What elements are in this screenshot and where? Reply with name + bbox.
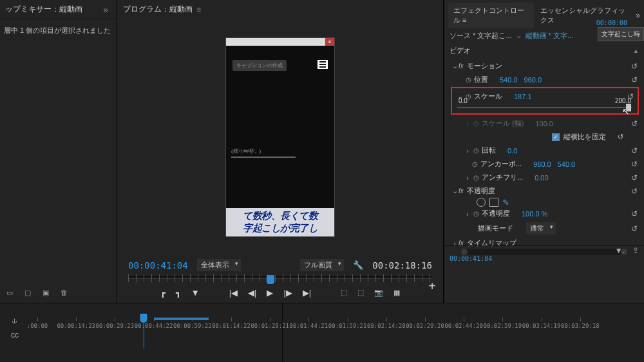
add-marker-icon[interactable]: ▼	[191, 288, 200, 298]
ruler-label: 00:02:44:20	[444, 323, 483, 329]
comparison-icon[interactable]: ▦	[393, 289, 400, 297]
tab-effect-controls[interactable]: エフェクトコントロール ≡	[448, 3, 534, 28]
mask-ellipse-icon[interactable]	[477, 198, 486, 207]
reset-icon[interactable]: ↺	[631, 187, 638, 196]
fx-badge: fx	[459, 62, 466, 70]
ruler-label: 00:02:59:19	[484, 323, 522, 329]
position-y[interactable]: 960.0	[518, 76, 542, 84]
sequence-name[interactable]: 縦動画 * 文字...	[526, 31, 574, 41]
anchor-label: アンカーポ...	[479, 159, 522, 169]
caption-create-pill: キャプションの作成	[232, 60, 287, 71]
close-icon: ×	[325, 38, 334, 46]
extract-icon[interactable]: ⬚	[357, 289, 364, 297]
folder-icon[interactable]: ▣	[43, 289, 52, 298]
scrubber-playhead[interactable]	[267, 275, 274, 284]
twirl-icon[interactable]: ⌄	[451, 62, 459, 70]
settings-wrench-icon[interactable]: 🔧	[353, 260, 363, 270]
opacity-label: 不透明度	[480, 209, 510, 218]
motion-label[interactable]: モーション	[466, 61, 502, 71]
program-scrubber[interactable]	[128, 276, 432, 279]
mask-pen-icon[interactable]	[502, 198, 511, 207]
antiflicker-label: アンチフリ...	[480, 173, 523, 182]
stopwatch-icon[interactable]: ◷	[464, 76, 473, 83]
ruler-label: 00:02:14:20	[367, 323, 406, 329]
effect-timecode: 00:00:00	[596, 19, 627, 26]
reset-icon[interactable]: ↺	[631, 173, 638, 182]
ruler-label: 00:01:44:21	[290, 323, 328, 329]
go-to-in-icon[interactable]: |◀	[229, 288, 238, 298]
linked-selection-icon[interactable]: cc	[11, 330, 19, 339]
opacity-value[interactable]: 100.0 %	[510, 210, 547, 218]
blend-mode-select[interactable]: 通常	[526, 222, 556, 234]
clip-remaining: (残り##秒。)	[231, 148, 261, 155]
position-x[interactable]: 540.0	[488, 76, 518, 84]
anchor-y[interactable]: 540.0	[551, 160, 576, 168]
opacity-header[interactable]: 不透明度	[466, 186, 495, 196]
effect-timeline-scrollbar[interactable]	[464, 249, 625, 255]
scale-highlight-box: ⌄ ◷ スケール 187.1 ↺ 0.0 200.0 ↖	[451, 87, 639, 115]
zoom-select[interactable]: 全体表示	[197, 259, 241, 271]
new-item-icon[interactable]: ▢	[24, 289, 33, 298]
rotation-label: 回転	[480, 146, 496, 155]
mark-in-icon[interactable]: ┏	[160, 288, 166, 298]
reset-icon[interactable]: ↺	[631, 119, 638, 128]
program-preview: × キャプションの作成 (残り##秒。) て数秒、長くて数 字起こしが完了し	[225, 37, 335, 237]
reset-icon[interactable]: ↺	[618, 133, 623, 141]
mark-out-icon[interactable]: ┓	[176, 288, 181, 298]
ruler-label: 00:00:29:23	[96, 323, 135, 329]
ruler-label: 00:02:29:20	[406, 323, 444, 329]
step-fwd-icon[interactable]: |▶	[283, 288, 292, 298]
timeline-work-area[interactable]	[154, 318, 209, 320]
video-section-label: ビデオ	[450, 46, 471, 55]
export-frame-icon[interactable]: 📷	[374, 289, 383, 297]
go-to-out-icon[interactable]: ▶|	[303, 288, 311, 298]
scale-width-value: 100.0	[524, 120, 553, 128]
current-timecode[interactable]: 00:00:41:04	[128, 260, 188, 271]
aspect-lock-checkbox[interactable]: ✓	[552, 133, 560, 141]
new-bin-icon[interactable]: ▭	[6, 289, 15, 298]
rotation-value[interactable]: 0.0	[496, 147, 517, 155]
quality-select[interactable]: フル画質	[300, 259, 344, 271]
position-label: 位置	[473, 75, 488, 84]
reset-icon[interactable]: ↺	[631, 209, 638, 218]
step-back-icon[interactable]: ◀|	[248, 288, 256, 298]
ruler-label: 00:03:14:19	[522, 323, 561, 329]
duration-timecode: 00:02:18:16	[372, 260, 432, 271]
audio-mixer-title: ップミキサー：縦動画	[5, 4, 100, 15]
anchor-x[interactable]: 960.0	[522, 160, 551, 168]
button-editor-icon[interactable]: +	[428, 279, 436, 294]
reset-icon[interactable]: ↺	[631, 146, 638, 155]
reset-icon[interactable]: ↺	[631, 75, 638, 84]
ruler-label: 00:01:29:21	[251, 323, 289, 329]
mask-rect-icon[interactable]	[489, 198, 498, 207]
snap-icon[interactable]: ⫝	[11, 316, 19, 325]
panel-chevrons-icon[interactable]: »	[100, 5, 111, 15]
clip-tooltip: 文字起こし時	[598, 27, 644, 41]
ruler-label: :00:00	[27, 323, 48, 329]
antiflicker-value[interactable]: 0.00	[523, 174, 548, 182]
reset-icon[interactable]: ↺	[631, 224, 638, 233]
timeline-playhead[interactable]	[140, 314, 147, 323]
hamburger-icon	[317, 60, 328, 69]
ruler-label: 00:01:14:22	[212, 323, 251, 329]
filter-icon[interactable]: ▼.	[615, 246, 625, 255]
reset-icon[interactable]: ↺	[631, 160, 638, 169]
ruler-label: 00:01:59:21	[328, 323, 367, 329]
blend-label: 描画モード	[477, 224, 513, 233]
cursor-icon: ↖	[622, 106, 630, 117]
scale-slider[interactable]: 0.0 200.0 ↖	[457, 107, 632, 108]
ruler-label: 00:00:44:22	[135, 323, 173, 329]
scale-width-label: スケール (幅)	[480, 119, 524, 128]
share-icon[interactable]: ⇪	[632, 246, 639, 255]
reset-icon[interactable]: ↺	[631, 62, 638, 71]
panel-menu-icon[interactable]: »	[636, 11, 640, 20]
timeline-ruler[interactable]: :00:0000:00:14:2300:00:29:2300:00:44:220…	[37, 318, 639, 333]
selection-status-text: 層中 1 個の項目が選択されました	[0, 19, 116, 42]
scale-label: スケール	[473, 91, 502, 101]
aspect-lock-label: 縦横比を固定	[564, 132, 606, 142]
scale-value[interactable]: 187.1	[502, 93, 532, 100]
lift-icon[interactable]: ⬚	[341, 289, 347, 297]
ruler-label: 00:00:14:23	[57, 323, 95, 329]
trash-icon[interactable]: 🗑	[61, 289, 70, 298]
play-icon[interactable]: ▶	[267, 288, 273, 298]
